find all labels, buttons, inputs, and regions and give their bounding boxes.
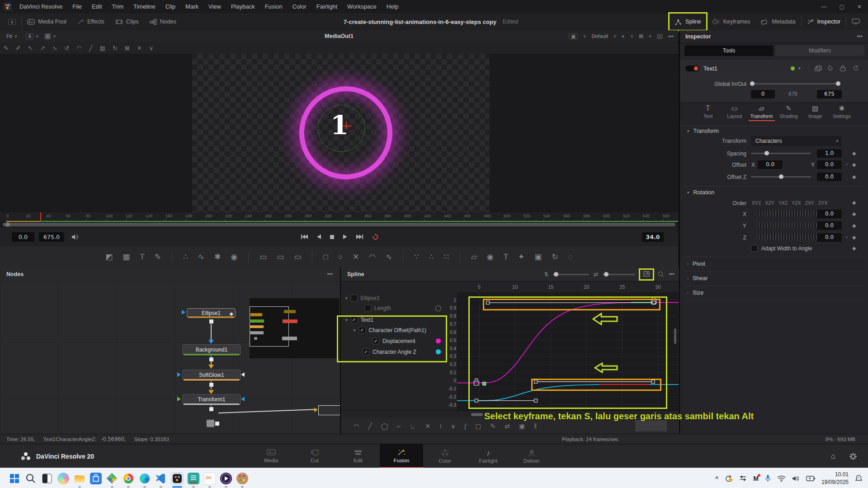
node-output-ellipse1[interactable] [209,319,214,324]
select-icon[interactable]: ↖ [24,45,37,52]
notifications-bell-icon[interactable]: z [855,474,863,482]
fairlight[interactable]: Fairlight [311,0,342,13]
page-media[interactable]: Media [250,444,293,468]
zoom-fit-button[interactable] [640,269,653,280]
xzy[interactable]: XZY [765,200,774,206]
keyframe-diamond-icon[interactable]: ◆ [852,223,856,229]
mark[interactable]: Mark [180,0,203,13]
camera-3d-tool-icon[interactable]: ▣ [529,252,547,262]
edit[interactable]: Edit [87,0,107,13]
draw-append-icon[interactable]: ✎ [0,45,12,52]
yxz[interactable]: YXZ [778,200,788,206]
mixer-tray-icon[interactable] [739,475,747,482]
vscode-icon[interactable] [155,473,167,484]
xyz[interactable]: XYZ [752,200,761,206]
spacing-slider[interactable] [751,153,811,154]
offset-x-field[interactable]: 0.0 [758,160,783,169]
fastnoise-tool-icon[interactable]: ▦ [118,252,135,262]
node-output-background1[interactable] [209,357,214,362]
node-instance[interactable] [206,419,215,427]
keyframe-diamond-icon[interactable]: ◆ [852,174,856,180]
page-fairlight[interactable]: ♪ Fairlight [467,444,510,468]
pemitter-tool-icon[interactable]: ∴ [178,252,193,262]
lock-icon[interactable] [840,65,846,71]
multi-select-icon[interactable]: ↗ [37,45,49,52]
page-edit[interactable]: Edit [336,444,380,468]
fusion[interactable]: Fusion [260,0,288,13]
step-out-icon[interactable]: ∟ [406,422,421,430]
horizontal-zoom-icon[interactable]: ⇄ [594,271,598,277]
transform-handle-x[interactable] [343,126,352,127]
draw-insert-icon[interactable]: ✐ [12,45,24,52]
renderer-3d-tool-icon[interactable]: ◌ [563,253,578,262]
split-view-icon[interactable]: ▯▯ [657,33,663,39]
clip[interactable]: Clip [160,0,180,13]
image-plane-3d-tool-icon[interactable]: ▱ [466,252,482,262]
node-output-transform1[interactable] [209,407,214,412]
rotation-x-field[interactable]: 0.0 [817,210,842,218]
versions-icon[interactable] [815,66,822,71]
node-graph[interactable]: Ellipse1 ◈ Background1 SoftGlow1 [0,281,340,434]
node-input-softglow1[interactable] [177,372,181,377]
task-view-icon[interactable] [41,473,53,484]
tab-layout[interactable]: ▭Layout [722,105,747,121]
diamond-app-icon[interactable] [106,473,118,484]
vertical-zoom-icon[interactable]: ⇅ [544,271,548,277]
dissolve-tool-icon[interactable]: ▭ [272,252,289,262]
node-transform1[interactable]: Transform1 [182,394,241,405]
proxy-button[interactable]: ▦ [569,33,577,39]
range-out-field[interactable]: 675.0 [39,232,64,242]
stop-button[interactable] [326,235,339,239]
inspector-options-icon[interactable]: ••• [857,33,863,40]
workspace-overlay-button[interactable] [846,13,865,30]
viewer-canvas[interactable]: 1 [0,54,678,212]
close-shape-icon[interactable]: ✕ [133,45,146,52]
background-tool-icon[interactable]: ◩ [100,252,118,262]
chevron-down-icon[interactable]: ▾ [345,296,348,300]
play-reverse-button[interactable] [312,234,326,239]
node-input-transform1[interactable] [177,397,181,401]
file[interactable]: File [67,0,87,13]
shear-section-header[interactable]: ›Shear [687,275,708,282]
node-graph-minimap[interactable] [250,298,339,358]
brightness-tool-icon[interactable]: ✱ [209,252,226,262]
minimize-icon[interactable]: — [815,4,833,10]
microphone-tray-icon[interactable] [765,474,771,482]
zxy[interactable]: ZXY [805,200,814,206]
clips-button[interactable]: Clips [110,13,144,30]
plot-hscroll-thumb[interactable] [471,413,483,416]
current-frame-field[interactable]: 34.0 [642,232,664,242]
text-3d-tool-icon[interactable]: T [499,253,513,262]
play-button[interactable] [339,234,352,239]
tray-clock[interactable]: 10.01 19/09/2025 [821,471,849,485]
zyx[interactable]: ZYX [818,200,827,206]
smooth-icon[interactable]: ∿ [49,45,61,52]
prev-keyframe-icon[interactable]: ‹ [846,234,848,239]
viewer-options-icon[interactable]: ••• [668,33,674,39]
delta-keyer-tool-icon[interactable]: ▭ [289,252,306,262]
timeline-scrollbar[interactable] [3,223,675,226]
set-key-icon[interactable]: ∨ [446,422,460,430]
sync-tray-icon[interactable] [725,475,733,482]
scrollbar-handle[interactable] [5,222,10,227]
workspace[interactable]: Workspace [342,0,382,13]
loop-button[interactable] [368,234,383,240]
node-mask-softglow1[interactable] [241,372,245,377]
page-color[interactable]: Color [423,444,467,468]
nodes-panel-options-icon[interactable]: ••• [327,271,333,277]
node-enable-toggle[interactable] [685,66,699,71]
tray-expand-icon[interactable]: ^ [715,475,719,482]
marquee-icon[interactable]: ▨ [96,45,109,52]
keyframe-diamond-icon[interactable]: ◆ [852,245,856,251]
transform-handle-y[interactable] [346,121,347,129]
page-fusion[interactable]: Fusion [380,444,423,468]
pivot-section-header[interactable]: ›Pivot [687,261,705,267]
node-output-softglow1[interactable] [209,382,214,387]
battery-icon[interactable] [806,476,815,481]
plot-vscrollbar[interactable] [674,328,676,344]
ease-in-icon[interactable]: ◠ [349,422,363,430]
spline-options-icon[interactable]: ••• [669,271,675,277]
tab-transform[interactable]: ▱Transform [749,105,775,121]
metadata-panel-button[interactable]: Metadata [755,13,801,30]
vertical-zoom-slider[interactable] [553,274,589,275]
